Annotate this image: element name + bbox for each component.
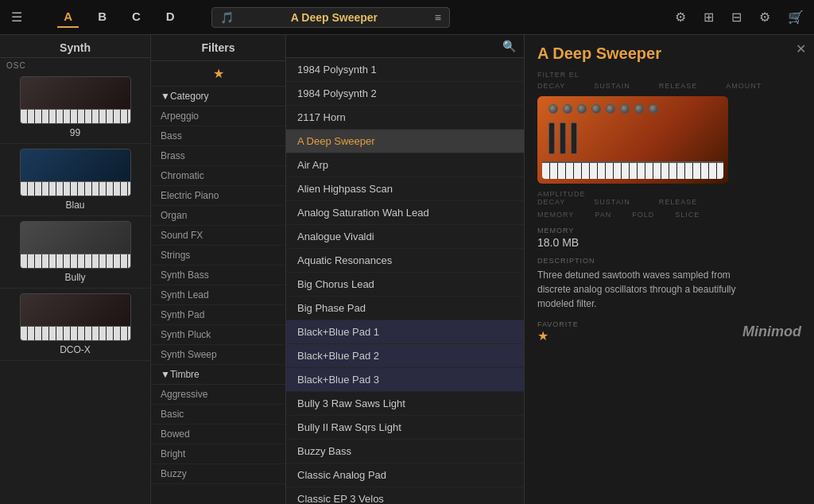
synth-panel-header: Synth [0,35,150,58]
synth-bully-image [20,221,131,269]
preset-bully2-raw[interactable]: Bully II Raw Sqrs Light [286,416,524,440]
timbre-label: Timbre [170,369,200,380]
filter-el-header: FILTER EL [537,71,801,79]
filter-bass[interactable]: Bass [151,126,285,146]
detail-knob-5[interactable] [606,104,615,114]
filter-electric-piano[interactable]: Electric Piano [151,186,285,206]
filter-synth-bass[interactable]: Synth Bass [151,266,285,285]
synth-item-dcox[interactable]: DCO-X [0,289,150,361]
filter-chromatic[interactable]: Chromatic [151,166,285,186]
memory-param-label: MEMORY [537,211,574,219]
favorite-label-section: FAVORITE ★ [537,320,579,343]
detail-knob-2[interactable] [563,104,572,114]
detail-title: A Deep Sweeper [537,45,801,63]
filter-organ[interactable]: Organ [151,206,285,226]
category-arrow: ▼ [161,91,170,102]
preset-menu-icon[interactable]: ≡ [435,11,441,24]
detail-slider-3[interactable] [571,122,577,154]
detail-knobs-area [542,101,723,117]
preset-1984-poly1[interactable]: 1984 Polysynth 1 [286,58,524,82]
description-label: DESCRIPTION [537,257,801,265]
favorite-row: FAVORITE ★ Minimod [537,320,801,343]
detail-knob-3[interactable] [577,104,587,114]
detail-synth-image [537,96,728,184]
search-icon[interactable]: 🔍 [502,40,516,52]
preset-big-chorus[interactable]: Big Chorus Lead [286,273,524,297]
close-icon[interactable]: ✕ [796,41,806,56]
filter-bowed[interactable]: Bowed [151,425,285,444]
synth-item-99[interactable]: 99 [0,72,150,144]
favorite-label: FAVORITE [537,320,579,328]
preset-1984-poly2[interactable]: 1984 Polysynth 2 [286,82,524,106]
param-labels-row: MEMORY PAN FOLD SLICE [537,211,801,219]
filter-synth-pluck[interactable]: Synth Pluck [151,325,285,345]
mixer-icon[interactable]: ⚙ [671,7,690,27]
osc-label: OSC [0,58,150,72]
detail-panel: ✕ A Deep Sweeper FILTER EL DECAY SUSTAIN… [525,35,814,504]
synth-panel: Synth OSC 99 Blau Bul [0,35,151,504]
filter-strings[interactable]: Strings [151,246,285,266]
toolbar-tabs: A B C D [32,6,207,28]
filter-bright[interactable]: Bright [151,444,285,464]
category-filter[interactable]: ▼ Category [151,87,285,107]
filter-brass[interactable]: Brass [151,146,285,166]
synth-blau-name: Blau [65,200,84,211]
detail-knob-8[interactable] [649,104,658,114]
synth-blau-image [20,149,131,196]
preset-black-blue-2[interactable]: Black+Blue Pad 2 [286,344,524,368]
brand-label: Minimod [742,324,801,340]
filter-aggressive[interactable]: Aggressive [151,385,285,405]
settings-icon[interactable]: ⚙ [755,7,774,27]
detail-knob-6[interactable] [620,104,630,114]
filter-buzzy[interactable]: Buzzy [151,464,285,484]
preset-analogue-vivaldi[interactable]: Analogue Vivaldi [286,225,524,249]
detail-slider-1[interactable] [548,122,555,154]
tab-a[interactable]: A [57,6,79,28]
filter-synth-pad[interactable]: Synth Pad [151,305,285,325]
category-label: Category [170,91,209,102]
tab-b[interactable]: B [91,6,113,28]
preset-classic-ep[interactable]: Classic EP 3 Velos [286,487,524,504]
detail-slider-2[interactable] [560,122,566,154]
preset-black-blue-3[interactable]: Black+Blue Pad 3 [286,368,524,392]
synth-item-blau[interactable]: Blau [0,144,150,216]
tab-c[interactable]: C [126,6,147,28]
filter-basic[interactable]: Basic [151,405,285,425]
preset-2117-horn[interactable]: 2117 Horn [286,106,524,130]
synth-item-bully[interactable]: Bully [0,216,150,289]
preset-big-phase[interactable]: Big Phase Pad [286,297,524,320]
favorites-filter[interactable]: ★ [151,61,285,87]
eq-icon[interactable]: ⊞ [700,7,718,27]
filter-synth-sweep[interactable]: Synth Sweep [151,345,285,365]
preset-bully3-raw[interactable]: Bully 3 Raw Saws Light [286,392,524,416]
filters-header: Filters [151,35,285,61]
preset-analog-saturation[interactable]: Analog Saturation Wah Lead [286,201,524,225]
fold-param-label: FOLD [632,211,654,219]
detail-knob-1[interactable] [548,104,558,114]
preset-buzzy-bass[interactable]: Buzzy Bass [286,440,524,463]
preset-black-blue-1[interactable]: Black+Blue Pad 1 [286,320,524,344]
preset-air-arp[interactable]: Air Arp [286,153,524,177]
grid-icon[interactable]: ⊟ [727,7,746,27]
preset-aquatic[interactable]: Aquatic Resonances [286,249,524,273]
slice-param-label: SLICE [675,211,700,219]
detail-knob-4[interactable] [591,104,601,114]
preset-alien-highpass[interactable]: Alien Highpass Scan [286,177,524,201]
detail-knob-7[interactable] [634,104,644,114]
preset-a-deep-sweeper[interactable]: A Deep Sweeper [286,130,524,153]
preset-classic-analog[interactable]: Classic Analog Pad [286,463,524,487]
filter-arpeggio[interactable]: Arpeggio [151,107,285,126]
tab-d[interactable]: D [160,6,181,28]
filter-synth-lead[interactable]: Synth Lead [151,285,285,305]
preset-list: 1984 Polysynth 1 1984 Polysynth 2 2117 H… [286,58,524,504]
cart-icon[interactable]: 🛒 [784,7,808,27]
filter-sustain-label: SUSTAIN [594,82,630,90]
favorite-star[interactable]: ★ [537,329,548,343]
preset-selector[interactable]: 🎵 A Deep Sweeper ≡ [211,7,450,28]
preset-icon: 🎵 [220,11,234,24]
amp-release-label: RELEASE [659,198,698,206]
timbre-arrow: ▼ [161,369,170,380]
timbre-filter[interactable]: ▼ Timbre [151,365,285,385]
menu-icon[interactable]: ☰ [6,6,27,28]
filter-sound-fx[interactable]: Sound FX [151,226,285,246]
